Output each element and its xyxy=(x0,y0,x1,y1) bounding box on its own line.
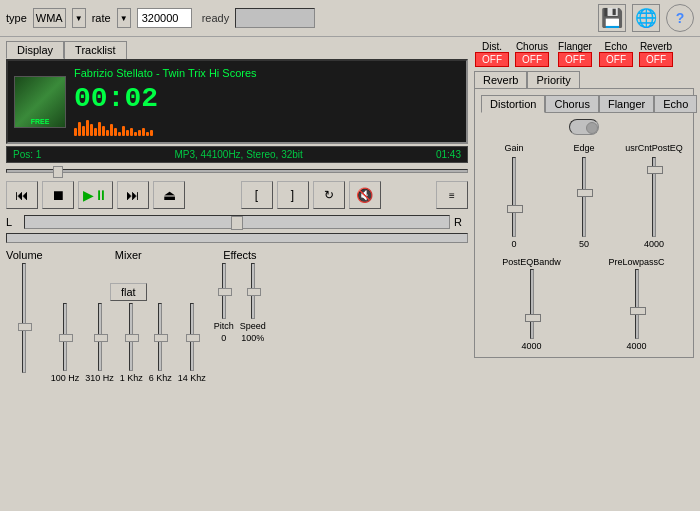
fx-subtab-chorus[interactable]: Chorus xyxy=(545,95,598,113)
mixer-handle-1[interactable] xyxy=(59,334,73,342)
type-dropdown[interactable]: WMA xyxy=(33,8,66,28)
balance-left-label: L xyxy=(6,216,20,228)
fx-subtab-flanger[interactable]: Flanger xyxy=(599,95,654,113)
volume-label: Volume xyxy=(6,249,43,261)
mixer-sliders: 100 Hz 310 Hz 1 Khz xyxy=(51,303,206,383)
reverb-toggle[interactable]: OFF xyxy=(639,52,673,67)
echo-toggle[interactable]: OFF xyxy=(599,52,633,67)
rate-value[interactable]: 320000 xyxy=(137,8,192,28)
speed-slider[interactable]: Speed 100% xyxy=(240,263,266,343)
pitch-slider[interactable]: Pitch 0 xyxy=(214,263,234,343)
left-panel: Display Tracklist FREE Fabrizio Stellato… xyxy=(6,41,468,387)
progress-bar xyxy=(235,8,315,28)
gain-slider-col: Gain 0 xyxy=(481,143,547,249)
mixer-slider-1khz[interactable]: 1 Khz xyxy=(120,303,143,383)
eject-button[interactable]: ⏏ xyxy=(153,181,185,209)
mixer-track-1[interactable] xyxy=(63,303,67,371)
dist-toggle[interactable]: OFF xyxy=(475,52,509,67)
usr-value: 4000 xyxy=(644,239,664,249)
fx-power-dot xyxy=(586,122,598,134)
bracket-right-button[interactable]: ] xyxy=(277,181,309,209)
transport-controls: ⏮ ⏹ ▶⏸ ⏭ ⏏ [ ] ↻ 🔇 ≡ xyxy=(6,177,468,213)
album-label: FREE xyxy=(15,118,65,125)
posteq-track[interactable] xyxy=(530,269,534,339)
edge-track[interactable] xyxy=(582,157,586,237)
mixer-slider-6khz[interactable]: 6 Khz xyxy=(149,303,172,383)
save-button[interactable]: 💾 xyxy=(598,4,626,32)
bottom-controls: Volume Mixer flat xyxy=(6,245,468,387)
prelowpass-col: PreLowpassC 4000 xyxy=(586,257,687,351)
flanger-label: Flanger xyxy=(558,41,592,52)
prelowpass-track[interactable] xyxy=(635,269,639,339)
fx-main-tabs: Reverb Priority xyxy=(474,71,694,88)
help-button[interactable]: ? xyxy=(666,4,694,32)
tab-display[interactable]: Display xyxy=(6,41,64,59)
mixer-slider-310hz[interactable]: 310 Hz xyxy=(85,303,114,383)
flanger-toggle[interactable]: OFF xyxy=(558,52,592,67)
pitch-handle[interactable] xyxy=(218,288,232,296)
menu-button[interactable]: ≡ xyxy=(436,181,468,209)
type-arrow[interactable]: ▼ xyxy=(72,8,86,28)
balance-right-label: R xyxy=(454,216,468,228)
volume-track[interactable] xyxy=(22,263,26,373)
speed-track[interactable] xyxy=(251,263,255,319)
volume-group: Volume xyxy=(6,249,43,383)
mixer-slider-100hz[interactable]: 100 Hz xyxy=(51,303,80,383)
balance-slider[interactable] xyxy=(24,215,450,229)
mixer-track-5[interactable] xyxy=(190,303,194,371)
fx-subtab-echo[interactable]: Echo xyxy=(654,95,697,113)
usr-handle[interactable] xyxy=(647,166,663,174)
mixer-handle-3[interactable] xyxy=(125,334,139,342)
rate-arrow[interactable]: ▼ xyxy=(117,8,131,28)
prev-button[interactable]: ⏮ xyxy=(6,181,38,209)
next-button[interactable]: ⏭ xyxy=(117,181,149,209)
usr-track[interactable] xyxy=(652,157,656,237)
gain-handle[interactable] xyxy=(507,205,523,213)
globe-button[interactable]: 🌐 xyxy=(632,4,660,32)
echo-label: Echo xyxy=(600,41,632,52)
play-pause-button[interactable]: ▶⏸ xyxy=(78,181,113,209)
bracket-left-button[interactable]: [ xyxy=(241,181,273,209)
fx-power-button[interactable] xyxy=(569,119,599,135)
speed-label: Speed xyxy=(240,321,266,331)
volume-handle[interactable] xyxy=(18,323,32,331)
seek-handle[interactable] xyxy=(53,166,63,178)
seek-bar-container[interactable] xyxy=(6,165,468,177)
mixer-track-2[interactable] xyxy=(98,303,102,371)
usr-title: usrCntPostEQ xyxy=(625,143,683,153)
mixer-slider-14khz[interactable]: 14 Khz xyxy=(178,303,206,383)
mixer-handle-4[interactable] xyxy=(154,334,168,342)
effects-group: Effects Pitch 0 Speed 100% xyxy=(214,249,266,383)
effects-label: Effects xyxy=(223,249,256,261)
seek-bar[interactable] xyxy=(6,169,468,173)
balance-handle[interactable] xyxy=(231,216,243,230)
edge-title: Edge xyxy=(573,143,594,153)
duration: 01:43 xyxy=(436,149,461,160)
pos-bar: Pos: 1 MP3, 44100Hz, Stereo, 32bit 01:43 xyxy=(6,146,468,163)
mixer-handle-2[interactable] xyxy=(94,334,108,342)
prelowpass-handle[interactable] xyxy=(630,307,646,315)
mixer-label-4: 6 Khz xyxy=(149,373,172,383)
mute-button[interactable]: 🔇 xyxy=(349,181,381,209)
volume-slider[interactable] xyxy=(22,263,26,373)
fx-tab-reverb[interactable]: Reverb xyxy=(474,71,527,88)
mixer-handle-5[interactable] xyxy=(186,334,200,342)
speed-handle[interactable] xyxy=(247,288,261,296)
track-title: Fabrizio Stellato - Twin Trix Hi Scores xyxy=(74,67,460,79)
mixer-track-4[interactable] xyxy=(158,303,162,371)
fx-tab-priority[interactable]: Priority xyxy=(527,71,579,88)
fx-subtab-distortion[interactable]: Distortion xyxy=(481,95,545,113)
stop-button[interactable]: ⏹ xyxy=(42,181,74,209)
mixer-track-3[interactable] xyxy=(129,303,133,371)
tab-tracklist[interactable]: Tracklist xyxy=(64,41,127,59)
pitch-track[interactable] xyxy=(222,263,226,319)
gain-track[interactable] xyxy=(512,157,516,237)
edge-handle[interactable] xyxy=(577,189,593,197)
scrollbar-horizontal[interactable] xyxy=(6,233,468,243)
flat-button[interactable]: flat xyxy=(110,283,147,301)
repeat-button[interactable]: ↻ xyxy=(313,181,345,209)
chorus-toggle[interactable]: OFF xyxy=(515,52,549,67)
fx-subtabs: Distortion Chorus Flanger Echo xyxy=(481,95,687,113)
posteq-handle[interactable] xyxy=(525,314,541,322)
rate-label: rate xyxy=(92,12,111,24)
